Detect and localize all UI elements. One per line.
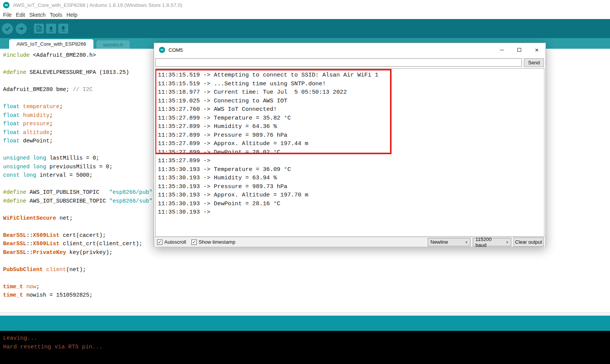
save-sketch-button[interactable] <box>58 24 68 34</box>
close-icon: × <box>535 47 539 53</box>
code-line: time_t nowish = 1510592825; <box>3 291 610 300</box>
serial-output-line: 11:35:30.193 -> Pressure = 989.73 hPa <box>158 182 544 191</box>
arduino-logo-icon: ∞ <box>3 2 10 8</box>
chevron-down-icon: ∨ <box>506 240 509 244</box>
serial-input[interactable] <box>155 58 522 67</box>
upload-button[interactable] <box>16 23 27 34</box>
code-line <box>3 274 610 283</box>
serial-output-line: 11:35:27.899 -> Approx. Altitude = 197.4… <box>158 139 544 148</box>
serial-output-line: 11:35:30.193 -> Temperature = 36.09 °C <box>158 165 544 174</box>
menu-item-sketch[interactable]: Sketch <box>29 12 46 18</box>
code-line: time_t now; <box>3 283 610 291</box>
serial-output-line: 11:35:18.977 -> Current time: Tue Jul 5 … <box>158 88 544 97</box>
serial-bottom-bar: ✓ Autoscroll ✓ Show timestamp Newline ∨ … <box>154 237 546 247</box>
menu-item-help[interactable]: Help <box>66 12 77 18</box>
serial-output-line: 11:35:27.760 -> AWS IoT Connected! <box>158 105 544 114</box>
document-icon <box>36 26 42 32</box>
serial-output-line: 11:35:30.193 -> <box>158 208 544 217</box>
send-button[interactable]: Send <box>524 58 544 67</box>
menu-item-tools[interactable]: Tools <box>50 12 63 18</box>
serial-output-line: 11:35:27.899 -> <box>158 156 544 165</box>
serial-output-line: 11:35:15.519 -> ...Setting time using SN… <box>158 80 544 88</box>
serial-output-line: 11:35:27.899 -> Pressure = 989.76 hPa <box>158 131 544 140</box>
minimize-button[interactable] <box>493 43 510 57</box>
serial-output-line: 11:35:27.899 -> DewPoint = 28.02 °C <box>158 148 544 157</box>
autoscroll-label: Autoscroll <box>164 239 186 245</box>
menu-item-file[interactable]: File <box>3 12 12 18</box>
arduino-logo-icon: ∞ <box>159 47 165 53</box>
serial-monitor-title: COM5 <box>169 47 183 53</box>
baud-rate-dropdown[interactable]: 115200 baud ∨ <box>473 238 511 246</box>
arrow-right-icon <box>18 26 24 32</box>
serial-output-line: 11:35:27.899 -> Temperature = 35.82 °C <box>158 114 544 123</box>
checkbox-checked-icon: ✓ <box>157 239 162 245</box>
editor-status-divider <box>0 312 610 316</box>
menu-bar: FileEditSketchToolsHelp <box>0 10 610 19</box>
baud-rate-value: 115200 baud <box>475 236 503 248</box>
clear-output-button[interactable]: Clear output <box>514 238 544 247</box>
console-line: Hard resetting via RTS pin... <box>3 343 610 351</box>
code-line: BearSSL::PrivateKey key(privkey); <box>3 248 610 257</box>
ide-title: AWS_IoT_Core_with_ESP8266 | Arduino 1.8.… <box>13 2 182 8</box>
arrow-up-icon <box>48 26 54 32</box>
show-timestamp-checkbox[interactable]: ✓ Show timestamp <box>191 239 235 245</box>
line-ending-value: Newline <box>430 239 462 245</box>
serial-monitor-window: ∞ COM5 × Send 11:35:15.519 -> Attempting… <box>154 43 546 247</box>
checkbox-checked-icon: ✓ <box>191 239 197 245</box>
menu-item-edit[interactable]: Edit <box>16 12 25 18</box>
line-ending-dropdown[interactable]: Newline ∨ <box>428 238 470 246</box>
serial-output-line: 11:35:30.193 -> Humidity = 63.94 % <box>158 174 544 182</box>
show-timestamp-label: Show timestamp <box>199 239 235 245</box>
code-line <box>3 257 610 265</box>
verify-button[interactable] <box>2 23 13 34</box>
minimize-icon <box>500 50 504 50</box>
open-sketch-button[interactable] <box>46 24 56 34</box>
new-sketch-button[interactable] <box>34 24 44 34</box>
serial-monitor-titlebar: ∞ COM5 × <box>154 43 546 57</box>
chevron-down-icon: ∨ <box>465 240 468 244</box>
serial-output-line: 11:35:19.025 -> Connecting to AWS IOT <box>158 97 544 105</box>
tab-aws-iot-core-with-esp8266[interactable]: AWS_IoT_Core_with_ESP8266 <box>9 39 93 49</box>
maximize-button[interactable] <box>510 43 528 57</box>
close-button[interactable]: × <box>528 43 546 57</box>
screen: ∞ AWS_IoT_Core_with_ESP8266 | Arduino 1.… <box>0 0 610 364</box>
serial-output-lines: 11:35:15.519 -> Attempting to connect to… <box>156 69 544 217</box>
ide-titlebar: ∞ AWS_IoT_Core_with_ESP8266 | Arduino 1.… <box>0 0 610 10</box>
serial-output-line: 11:35:27.899 -> Humidity = 64.36 % <box>158 122 544 131</box>
toolbar <box>0 19 610 38</box>
code-line: PubSubClient client(net); <box>3 265 610 274</box>
maximize-icon <box>517 48 521 52</box>
status-bar <box>0 316 610 331</box>
serial-output[interactable]: 11:35:15.519 -> Attempting to connect to… <box>155 68 544 237</box>
serial-output-line: 11:35:30.193 -> DewPoint = 28.16 °C <box>158 200 544 208</box>
serial-output-line: 11:35:15.519 -> Attempting to connect to… <box>158 71 544 80</box>
console-line: Leaving... <box>3 334 610 343</box>
check-icon <box>5 26 11 32</box>
build-console: Leaving...Hard resetting via RTS pin... <box>0 331 610 364</box>
arrow-down-icon <box>60 26 66 32</box>
serial-output-line: 11:35:30.193 -> Approx. Altitude = 197.7… <box>158 191 544 200</box>
serial-send-row: Send <box>154 57 546 68</box>
tab-secrets-h[interactable]: secrets.h <box>96 40 130 49</box>
autoscroll-checkbox[interactable]: ✓ Autoscroll <box>157 239 186 245</box>
window-controls: × <box>493 43 546 57</box>
